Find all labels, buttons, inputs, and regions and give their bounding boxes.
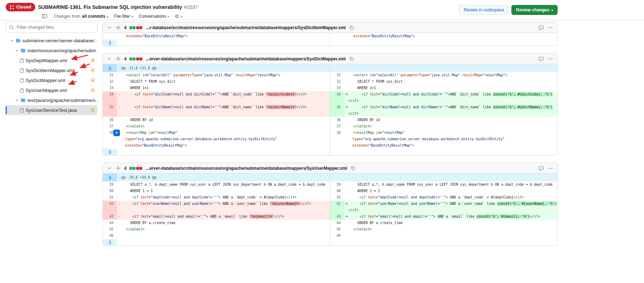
tree-file-item[interactable]: SysUserServiceTest.java [6,105,97,115]
diff-line: 31 <select id="selectAll" parameterType=… [103,72,557,78]
tree-folder-item[interactable]: main/resources/org/apache/subm... [6,45,97,55]
drag-handle-icon[interactable] [115,25,121,31]
line-number[interactable]: 35 [103,104,117,117]
code-cell: WHERE 1 = 1 [117,188,330,194]
tree-file-item[interactable]: SysUserMapper.xml [6,85,97,95]
line-number[interactable]: 42 [330,201,344,213]
line-number[interactable] [330,33,344,39]
line-number[interactable]: 34 [103,91,117,104]
comment-button[interactable] [538,25,544,31]
line-number[interactable]: 32 [103,78,117,85]
line-number[interactable]: 39 [103,181,117,188]
diffstat-square [129,167,132,170]
line-number[interactable]: 40 [103,188,117,194]
line-number[interactable]: 39 [330,181,344,188]
diff-sign [344,78,349,85]
diff-file-header: 4...erver-database/src/main/resources/or… [103,54,557,64]
line-number[interactable]: 32 [330,78,344,85]
diff-sign [117,188,122,194]
expand-diff-button[interactable] [103,149,117,155]
file-menu-button[interactable] [547,25,554,31]
tree-file-item[interactable]: SysDeptMapper.xml [6,55,97,65]
line-number[interactable]: 43 [330,213,344,220]
diff-file-header: 4...erver-database/src/main/resources/or… [103,163,557,174]
line-number[interactable]: 44 [330,220,344,226]
file-filter-dropdown[interactable]: File filter ▾ [114,14,133,19]
comment-button[interactable] [538,56,544,62]
line-number[interactable]: 46 [330,233,344,239]
comment-button[interactable] [538,165,544,172]
diffstat-square [139,167,142,170]
diff-line: 41 <if test="deptCode!=null and deptCode… [103,194,557,201]
line-number[interactable]: 40 [330,188,344,194]
file-menu-button[interactable] [547,56,554,62]
code-cell: WHERE 1 = 1 [344,188,557,194]
line-number[interactable]: 36 [330,117,344,123]
line-number[interactable]: 35 [330,104,344,117]
code-cell: </select> [344,123,557,130]
line-number[interactable]: 41 [330,194,344,201]
code-cell: </select> [117,123,330,130]
tree-file-item[interactable]: SysDictItemMapper.xml [6,65,97,75]
line-number[interactable]: 37 [103,123,117,130]
diff-body: @@ -31,8 +31,8 @@31 <select id="selectAl… [103,64,557,155]
diff-sign [117,85,122,91]
collapse-file-button[interactable] [106,165,112,171]
diff-sign [117,123,122,130]
line-number[interactable]: 44 [103,220,117,226]
line-number[interactable]: 33 [103,85,117,91]
copy-path-button[interactable] [348,56,355,62]
diff-line: 33 WHERE 1=133 WHERE 1=1 [103,85,557,91]
copy-path-button[interactable] [348,25,355,31]
diff-settings-dropdown[interactable]: ⚙ ▾ [175,14,182,19]
line-number[interactable]: 37 [330,123,344,130]
line-number[interactable] [103,33,117,39]
tree-item-label: test/java/org/apache/submarine/s... [27,98,97,103]
file-menu-button[interactable] [547,165,554,172]
diff-file-SysDictMapper.xml: 4...erver-database/src/main/resources/or… [102,53,558,156]
expander-row [103,239,557,245]
modified-status-icon [91,88,95,92]
line-number[interactable]: 34 [330,91,344,104]
filter-changed-files-input[interactable] [6,22,97,33]
review-in-codespace-button[interactable]: Review in codespace [459,5,509,15]
line-number[interactable]: 41 [103,194,117,201]
line-number[interactable]: 45 [103,226,117,233]
diffstat-square [139,26,142,29]
line-number[interactable]: 45 [330,226,344,233]
file-tree-toggle-button[interactable] [41,13,48,20]
drag-handle-icon[interactable] [115,165,121,171]
expand-diff-button[interactable] [103,39,117,46]
copy-path-button[interactable] [350,165,356,171]
file-path: ...erver-database/src/main/resources/org… [146,56,346,61]
line-number[interactable]: 43 [103,213,117,220]
diff-line: 36 ORDER BY id36 ORDER BY id [103,117,557,123]
collapse-file-button[interactable] [106,25,112,31]
line-number[interactable]: 31 [103,72,117,78]
tree-folder-item[interactable]: test/java/org/apache/submarine/s... [6,95,97,105]
conversations-dropdown[interactable]: Conversations ▾ [139,14,169,19]
expand-hunk-button[interactable] [103,174,117,181]
diff-file-SysUserMapper.xml: 4...erver-database/src/main/resources/or… [102,163,558,246]
expand-diff-button[interactable] [103,239,117,245]
changes-from-dropdown[interactable]: Changes from all commits ▾ [54,14,108,19]
expand-hunk-button[interactable] [103,64,117,72]
diffstat-square [129,58,132,60]
add-comment-button[interactable]: + [113,130,120,136]
drag-handle-icon[interactable] [115,56,121,62]
chevron-down-icon [15,98,19,102]
file-filter-wrap [6,22,97,33]
pull-request-files-page: Closed SUBMARINE-1361. Fix Submarine SQL… [0,0,644,283]
collapse-file-button[interactable] [106,56,112,62]
tree-file-item[interactable]: SysDictMapper.xml [6,75,97,85]
tree-folder-item[interactable]: submarine-server/server-database/... [6,36,97,45]
code-cell: + <if test="email!=null and email!=''"> … [344,213,557,220]
line-number[interactable]: 33 [330,85,344,91]
line-number[interactable]: 46 [103,233,117,239]
line-number[interactable]: 31 [330,72,344,78]
line-number[interactable]: 42 [103,201,117,213]
line-number[interactable]: 38 [330,130,344,149]
code-cell: + <if test="dictName!=null and dictName!… [344,104,557,117]
review-changes-button[interactable]: Review changes ▾ [511,5,558,15]
line-number[interactable]: 36 [103,117,117,123]
